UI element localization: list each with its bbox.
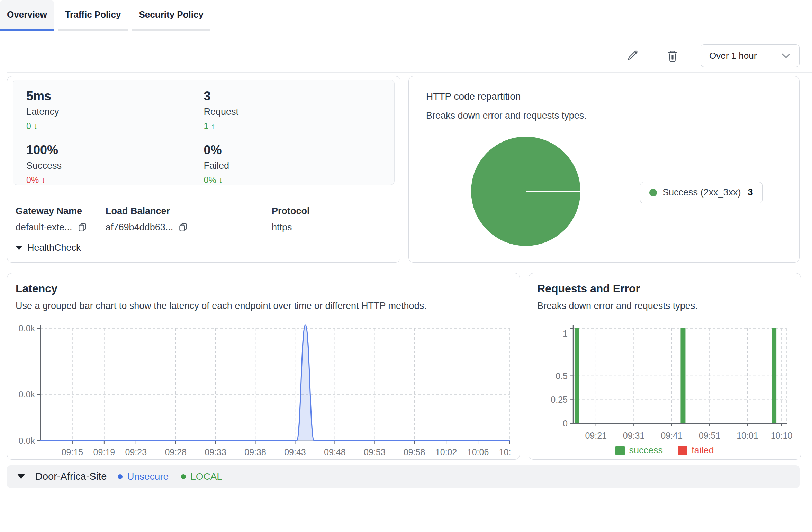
requests-card-title: Requests and Error [537,282,792,295]
edit-button[interactable] [626,49,639,62]
svg-text:10:01: 10:01 [737,431,758,440]
svg-text:09:19: 09:19 [93,447,115,456]
svg-text:09:43: 09:43 [284,447,306,456]
svg-text:10:06: 10:06 [467,447,489,456]
svg-text:09:48: 09:48 [324,447,346,456]
copy-icon [178,222,188,232]
requests-chart-legend: successfailed [537,445,792,456]
latency-card-title: Latency [16,282,511,295]
http-card-title: HTTP code repartition [426,91,782,102]
healthcheck-label: HealthCheck [27,242,81,253]
tab-traffic-policy[interactable]: Traffic Policy [58,0,128,31]
tag-local: LOCAL [181,471,222,482]
svg-text:10:10: 10:10 [771,431,792,440]
pie-legend-count: 3 [748,187,753,198]
svg-text:09:21: 09:21 [585,431,607,440]
tab-bar: Overview Traffic Policy Security Policy [0,0,812,31]
legend-label: success [629,445,663,456]
trash-icon [666,49,679,62]
stat-label: Success [26,160,204,171]
time-range-select[interactable]: Over 1 hour [701,44,800,67]
requests-error-chart-card: Requests and Error Breaks down error and… [529,273,801,460]
stat-value: 100% [26,143,204,157]
svg-text:09:38: 09:38 [244,447,266,456]
svg-text:09:33: 09:33 [205,447,226,456]
requests-error-chart: 00.250.5109:2109:3109:4109:5110:0110:10 [537,315,792,445]
svg-text:0.25: 0.25 [551,395,568,404]
svg-text:0: 0 [563,419,568,428]
tab-security-policy[interactable]: Security Policy [132,0,210,31]
gateway-name-label: Gateway Name [16,206,106,217]
protocol-field: Protocol https [272,206,310,233]
stat-delta: 1 ↑ [204,121,381,131]
gateway-name-value: default-exte... [16,222,72,233]
legend-label: failed [692,445,714,456]
svg-text:0.5: 0.5 [556,371,568,380]
svg-text:09:23: 09:23 [125,447,147,456]
http-card-subtitle: Breaks down error and requests types. [426,110,782,121]
svg-text:09:53: 09:53 [364,447,386,456]
gateway-details: Gateway Name default-exte... Load Bala [13,206,395,233]
stat-success: 100% Success 0% ↓ [26,143,204,185]
svg-text:0.0k: 0.0k [19,389,35,399]
local-dot-icon [181,474,186,479]
svg-text:09:28: 09:28 [165,447,187,456]
stat-label: Latency [26,107,204,117]
gateway-name-field: Gateway Name default-exte... [16,206,106,233]
svg-text:09:58: 09:58 [404,447,425,456]
legend-item-success: success [615,445,663,456]
latency-card-subtitle: Use a grouped bar chart to show the late… [16,301,511,311]
svg-text:09:15: 09:15 [62,447,83,456]
copy-load-balancer-button[interactable] [178,222,188,232]
protocol-value: https [272,222,292,233]
stat-label: Request [204,107,381,117]
stat-value: 3 [204,89,381,103]
failed-swatch-icon [678,446,687,455]
svg-text:09:51: 09:51 [699,431,721,440]
copy-icon [77,222,88,232]
svg-text:0.0k: 0.0k [19,436,35,446]
stat-value: 0% [204,143,381,157]
caret-down-icon [16,246,22,250]
load-balancer-field: Load Balancer af769b4ddb63... [106,206,272,233]
site-name: Door-Africa-Site [35,471,107,482]
delete-button[interactable] [666,49,679,62]
overview-summary-card: 5ms Latency 0 ↓ 3 Request 1 ↑ 100% Succe… [7,76,400,263]
legend-dot-success [649,189,657,196]
http-pie-chart [467,132,585,250]
success-swatch-icon [615,446,625,455]
pencil-icon [626,49,639,62]
http-code-repartition-card: HTTP code repartition Breaks down error … [408,76,800,263]
stat-delta: 0% ↓ [26,175,204,185]
stat-value: 5ms [26,89,204,103]
toolbar: Over 1 hour [0,44,800,67]
stat-latency: 5ms Latency 0 ↓ [26,89,204,131]
stats-box: 5ms Latency 0 ↓ 3 Request 1 ↑ 100% Succe… [13,80,395,185]
svg-text:10:02: 10:02 [435,447,457,456]
svg-text:0.0k: 0.0k [19,323,35,333]
requests-card-subtitle: Breaks down error and requests types. [537,301,792,311]
pie-legend-label: Success (2xx_3xx) [662,187,741,198]
stat-label: Failed [204,160,381,171]
healthcheck-toggle[interactable]: HealthCheck [13,242,395,253]
stat-delta: 0 ↓ [26,121,204,131]
copy-gateway-name-button[interactable] [77,222,88,232]
stat-request: 3 Request 1 ↑ [204,89,381,131]
svg-text:09:41: 09:41 [661,431,683,440]
unsecure-dot-icon [118,474,123,479]
tag-local-label: LOCAL [190,471,222,482]
svg-text:10:10: 10:10 [499,447,511,456]
tag-unsecure-label: Unsecure [127,471,169,482]
tag-unsecure: Unsecure [118,471,169,482]
time-range-value: Over 1 hour [709,51,757,61]
load-balancer-value: af769b4ddb63... [106,222,173,233]
svg-text:09:31: 09:31 [623,431,645,440]
chevron-down-icon [781,53,791,59]
tab-overview[interactable]: Overview [0,0,54,31]
load-balancer-label: Load Balancer [106,206,272,217]
site-collapse-row[interactable]: Door-Africa-Site Unsecure LOCAL [7,465,800,488]
svg-text:1: 1 [563,329,568,338]
caret-down-icon [17,474,25,479]
stat-failed: 0% Failed 0% ↓ [204,143,381,185]
toolbar-divider [7,72,812,73]
